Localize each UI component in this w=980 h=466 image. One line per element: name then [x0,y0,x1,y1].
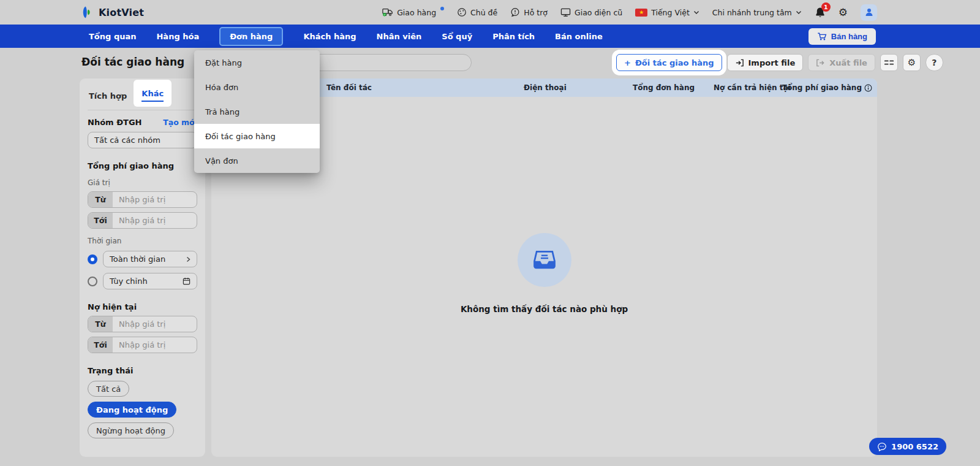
add-partner-button[interactable]: + Đối tác giao hàng [616,54,722,71]
nav-item-ban-online[interactable]: Bán online [555,32,603,41]
status-active-pill[interactable]: Đang hoạt động [88,402,176,418]
branch-selector[interactable]: Chi nhánh trung tâm [712,8,802,17]
nav-item-hang-hoa[interactable]: Hàng hóa [156,32,199,41]
page-settings-button[interactable]: ⚙ [903,54,921,71]
old-interface-label: Giao diện cũ [575,8,622,17]
debt-title: Nợ hiện tại [88,302,197,311]
menu-item-doi-tac-giao-hang[interactable]: Đối tác giao hàng [194,124,320,148]
nav-item-khach-hang[interactable]: Khách hàng [303,32,356,41]
columns-icon [884,58,894,67]
user-avatar[interactable] [861,4,877,21]
all-time-select[interactable]: Toàn thời gian [103,251,197,267]
export-file-button[interactable]: Xuất file [808,54,875,71]
nav-items: Tổng quan Hàng hóa Đơn hàng Khách hàng N… [89,27,603,46]
col-total-orders[interactable]: Tổng đơn hàng [633,78,695,97]
menu-item-dat-hang[interactable]: Đặt hàng [194,50,320,75]
export-icon [816,58,825,67]
tab-tich-hop[interactable]: Tích hợp [89,86,127,101]
nav-item-so-quy[interactable]: Sổ quỹ [442,32,472,41]
theme-menu-item[interactable]: Chủ đề [457,7,497,17]
language-label: Tiếng Việt [651,8,690,17]
content-area: Đối tác giao hàng + Đối tác giao hàng Im… [0,48,980,466]
topbar-menu: Giao hàng Chủ đề Hỗ trợ [382,4,877,21]
chevron-right-icon [186,256,190,262]
orders-dropdown-menu: Đặt hàng Hóa đơn Trả hàng Đối tác giao h… [194,50,320,173]
nav-item-nhan-vien[interactable]: Nhân viên [377,32,422,41]
debt-from-field[interactable]: Từ [88,316,197,332]
sell-button-label: Bán hàng [831,32,867,41]
notifications-button[interactable]: 1 [815,7,826,18]
nav-item-phan-tich[interactable]: Phân tích [492,32,535,41]
sell-button[interactable]: Bán hàng [809,28,876,45]
custom-time-radio[interactable] [88,277,97,286]
from-prefix: Từ [88,192,113,207]
help-button[interactable]: ? [925,54,943,71]
status-all-pill[interactable]: Tất cả [88,381,129,397]
support-phone-label: 1900 6522 [891,442,938,451]
debt-to-field[interactable]: Tới [88,337,197,353]
tab-khac[interactable]: Khác [134,80,172,107]
support-label: Hỗ trợ [524,8,548,17]
fee-to-input[interactable] [113,213,197,228]
truck-icon [382,7,393,17]
filter-tabs: Tích hợp Khác [88,85,197,110]
col-current-debt[interactable]: Nợ cần trả hiện tại [714,78,791,97]
delivery-notification-dot [440,7,444,10]
import-file-label: Import file [748,58,796,67]
gear-icon: ⚙ [908,57,916,68]
create-group-link[interactable]: Tạo mới [163,118,197,127]
group-select[interactable]: Tất cả các nhóm [88,132,197,148]
kiotviet-logo-icon [80,5,94,20]
theme-label: Chủ đề [470,8,497,17]
all-time-radio[interactable] [88,254,97,264]
fee-from-field[interactable]: Từ [88,191,197,208]
import-file-button[interactable]: Import file [727,54,804,71]
custom-time-select[interactable]: Tùy chỉnh [103,273,197,289]
custom-time-value: Tùy chỉnh [110,277,148,286]
notification-badge: 1 [821,2,831,12]
delivery-menu-item[interactable]: Giao hàng [382,7,444,17]
time-label: Thời gian [88,237,197,245]
support-phone-button[interactable]: 1900 6522 [869,438,946,455]
chat-bubble-icon [877,442,887,451]
menu-item-van-don[interactable]: Vận đơn [194,148,320,173]
menu-item-tra-hang[interactable]: Trả hàng [194,99,320,124]
brand-logo[interactable]: KiotViet [80,5,144,20]
debt-from-input[interactable] [113,316,197,332]
fee-from-input[interactable] [113,192,197,207]
column-settings-button[interactable] [880,54,898,71]
support-menu-item[interactable]: Hỗ trợ [510,7,548,17]
chevron-down-icon [796,10,802,15]
menu-item-hoa-don[interactable]: Hóa đơn [194,75,320,99]
language-selector[interactable]: ★ Tiếng Việt [635,8,699,17]
help-icon: ? [932,58,937,67]
info-icon [864,84,872,92]
nav-item-tong-quan[interactable]: Tổng quan [89,32,136,41]
cart-icon [817,32,827,41]
col-phone[interactable]: Điện thoại [524,78,567,97]
delivery-label: Giao hàng [397,8,436,17]
col-total-fee[interactable]: Tổng phí giao hàng [782,78,872,97]
settings-button[interactable]: ⚙ [839,7,848,18]
col-partner-name[interactable]: Tên đối tác [326,78,372,97]
toolbar: + Đối tác giao hàng Import file Xuất fil… [616,54,943,71]
branch-label: Chi nhánh trung tâm [712,8,792,17]
status-inactive-pill[interactable]: Ngừng hoạt động [88,422,174,438]
debt-to-input[interactable] [113,337,197,353]
chevron-down-icon [693,10,699,15]
empty-state: Không tìm thấy đối tác nào phù hợp [211,233,877,314]
group-filter-title: Nhóm ĐTGH [88,118,141,127]
empty-state-circle [518,233,571,287]
nav-item-don-hang[interactable]: Đơn hàng [219,27,283,46]
filter-panel: Tích hợp Khác Nhóm ĐTGH Tạo mới Tất cả c… [80,78,205,457]
empty-state-message: Không tìm thấy đối tác nào phù hợp [211,304,877,314]
monitor-icon [560,7,571,17]
old-interface-menu-item[interactable]: Giao diện cũ [560,7,622,17]
fee-to-field[interactable]: Tới [88,212,197,229]
gear-icon: ⚙ [839,7,848,18]
add-partner-label: Đối tác giao hàng [635,58,714,67]
to-prefix: Tới [88,337,113,353]
main-navbar: Tổng quan Hàng hóa Đơn hàng Khách hàng N… [0,25,980,48]
total-fee-title: Tổng phí giao hàng [88,161,197,170]
status-pills: Tất cả Đang hoạt động Ngừng hoạt động [88,381,197,438]
